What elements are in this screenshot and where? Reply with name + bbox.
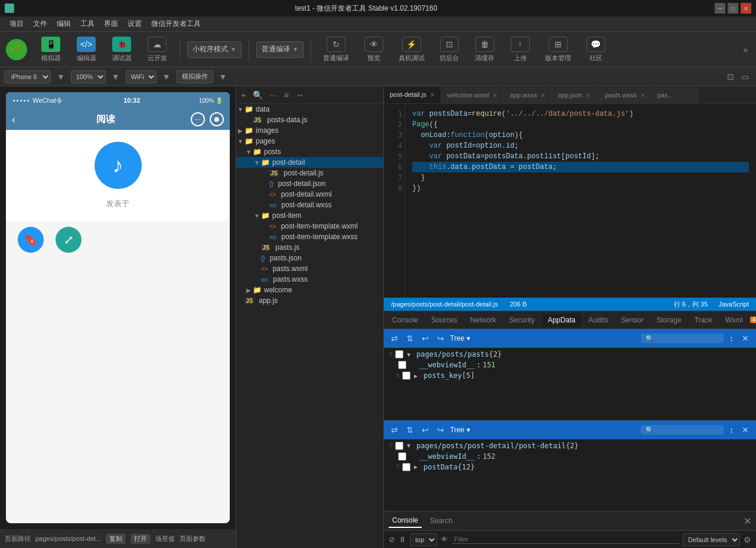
collapse-all-icon2[interactable]: ⇄ — [389, 424, 400, 436]
list-item[interactable]: wx post-detail.wxss — [236, 200, 383, 210]
tab-sources[interactable]: Sources — [425, 314, 463, 327]
tab-console[interactable]: Console — [386, 314, 424, 327]
fit-icon[interactable]: ▭ — [739, 71, 751, 83]
tab-pasts-wxss[interactable]: pasts.wxss ✕ — [599, 87, 651, 103]
tab-close-icon[interactable]: ✕ — [493, 92, 497, 99]
console-context-select[interactable]: top — [410, 533, 437, 546]
expand-icon[interactable]: ▶ — [414, 373, 421, 379]
compile-dropdown[interactable]: 普通编译 ▼ — [256, 41, 304, 58]
forward-icon[interactable]: ⊡ — [725, 71, 737, 83]
code-editor[interactable]: var postsData=require('../../../data/pos… — [405, 104, 756, 298]
collapse-all-icon[interactable]: ⇄ — [389, 332, 400, 344]
list-item[interactable]: JS post-detail.js — [236, 168, 383, 178]
tab-close-icon[interactable]: ✕ — [640, 92, 645, 99]
search-btn[interactable]: 🔍 — [250, 89, 265, 101]
tab-close-icon[interactable]: ✕ — [540, 92, 545, 99]
menu-settings[interactable]: 设置 — [123, 18, 146, 30]
row-checkbox[interactable] — [402, 463, 410, 471]
list-item[interactable]: {} pasts.json — [236, 253, 383, 263]
editor-btn[interactable]: </> 编辑器 — [71, 34, 102, 65]
list-item[interactable]: <> pasts.wxml — [236, 263, 383, 274]
row-checkbox[interactable] — [398, 361, 406, 369]
tree-title-2[interactable]: Tree ▾ — [450, 426, 470, 434]
expand-all-icon2[interactable]: ⇅ — [404, 424, 416, 436]
back-button[interactable]: ‹ — [12, 113, 15, 126]
list-item[interactable]: ▼ 📁 post-detail — [236, 157, 383, 168]
cloud-btn[interactable]: ☁ 云开发 — [142, 34, 172, 65]
menu-tools[interactable]: 工具 — [76, 18, 99, 30]
expand-icon[interactable]: ▶ — [414, 464, 421, 470]
refresh-btn[interactable]: ↻ 普通编译 — [318, 34, 354, 65]
tab-welcome-wxml[interactable]: welcome.wxml ✕ — [441, 87, 504, 103]
bookmark-btn[interactable]: 🔖 — [18, 227, 44, 253]
mini-mode-dropdown[interactable]: 小程序模式 ▼ — [187, 41, 242, 58]
simulator-btn[interactable]: 📱 模拟器 — [35, 34, 66, 65]
list-item[interactable]: wx post-item-template.wxss — [236, 231, 383, 242]
debugger-btn[interactable]: 🐞 调试器 — [106, 34, 137, 65]
undo-icon2[interactable]: ↩ — [419, 424, 431, 436]
expand-btn[interactable]: ↔ — [294, 89, 307, 101]
device-select[interactable]: iPhone 6 — [5, 70, 51, 83]
undo-icon[interactable]: ↩ — [419, 332, 431, 344]
expand-icon[interactable]: ▼ — [407, 351, 414, 358]
close-icon2[interactable]: ✕ — [739, 424, 751, 436]
zoom-select[interactable]: 100% — [71, 70, 106, 83]
table-row[interactable]: __webviewId__ : 152 — [384, 451, 756, 462]
list-item[interactable]: ▼ 📁 pages — [236, 136, 383, 146]
copy-btn[interactable]: 复制 — [106, 534, 126, 544]
console-pause-icon[interactable]: ⏸ — [399, 535, 406, 544]
real-debug-btn[interactable]: ⚡ 真机调试 — [394, 34, 429, 65]
backend-btn[interactable]: ⊡ 切后台 — [434, 34, 465, 65]
tab-wxml[interactable]: Wxml — [719, 314, 749, 327]
console-filter-input[interactable] — [452, 535, 679, 544]
tab-sensor[interactable]: Sensor — [615, 314, 650, 327]
tab-security[interactable]: Security — [503, 314, 540, 327]
network-select[interactable]: WiFi — [126, 70, 157, 83]
tab-audits[interactable]: Audits — [582, 314, 614, 327]
close-console-icon[interactable]: ✕ — [744, 516, 751, 527]
row-checkbox[interactable] — [398, 452, 406, 461]
list-item[interactable]: JS app.js — [236, 295, 383, 306]
collapse-btn[interactable]: ≡ — [282, 89, 291, 101]
menu-devtools[interactable]: 微信开发者工具 — [146, 18, 206, 30]
sort-icon2[interactable]: ↕ — [727, 424, 736, 436]
tab-more[interactable]: pas... — [651, 87, 699, 103]
version-btn[interactable]: ⊞ 版本管理 — [540, 34, 576, 65]
community-btn[interactable]: 💬 社区 — [581, 34, 611, 65]
search-input-2[interactable] — [641, 425, 724, 435]
menu-project[interactable]: 项目 — [5, 18, 28, 30]
open-btn[interactable]: 打开 — [131, 534, 151, 544]
list-item[interactable]: JS pasts.js — [236, 242, 383, 253]
eye-icon[interactable]: 👁 — [441, 535, 448, 544]
table-row[interactable]: ⠿ ▼ pages/posts/post-detail/post-detail … — [384, 441, 756, 451]
tab-post-detail-js[interactable]: post-detail.js ✕ — [384, 87, 441, 103]
tab-trace[interactable]: Trace — [689, 314, 718, 327]
expand-icon[interactable]: ▼ — [407, 442, 414, 449]
more-icon[interactable]: » — [741, 43, 750, 57]
list-item[interactable]: <> post-item-template.wxml — [236, 221, 383, 231]
list-item[interactable]: ▶ 📁 images — [236, 125, 383, 136]
console-stop-icon[interactable]: ⊘ — [389, 535, 395, 544]
list-item[interactable]: <> post-detail.wxml — [236, 189, 383, 200]
tab-console-bottom[interactable]: Console — [389, 514, 422, 528]
list-item[interactable]: ▶ 📁 welcome — [236, 285, 383, 295]
tab-appdata[interactable]: AppData — [542, 314, 581, 327]
nav-record-btn[interactable]: ⏺ — [210, 112, 224, 126]
nav-more-btn[interactable]: ··· — [191, 112, 205, 126]
tab-app-json[interactable]: app.json ✕ — [552, 87, 599, 103]
console-levels-select[interactable]: Default levels — [683, 533, 740, 546]
tab-close-icon[interactable]: ✕ — [430, 92, 435, 98]
list-item[interactable]: {} post-detail.json — [236, 178, 383, 189]
clear-cache-btn[interactable]: 🗑 清缓存 — [470, 34, 500, 65]
list-item[interactable]: JS posts-data.js — [236, 115, 383, 125]
share-btn[interactable]: ⤢ — [56, 227, 82, 253]
tab-storage[interactable]: Storage — [651, 314, 687, 327]
close-icon[interactable]: ✕ — [739, 332, 751, 344]
expand-all-icon[interactable]: ⇅ — [404, 332, 416, 344]
list-item[interactable]: wx pasts.wxss — [236, 274, 383, 285]
maximize-button[interactable]: □ — [728, 3, 738, 14]
tab-search-bottom[interactable]: Search — [426, 514, 456, 527]
redo-icon2[interactable]: ↪ — [435, 424, 447, 436]
table-row[interactable]: ⠿ ▼ pages/posts/pasts {2} — [384, 349, 756, 360]
tree-title-1[interactable]: Tree ▾ — [450, 334, 470, 342]
